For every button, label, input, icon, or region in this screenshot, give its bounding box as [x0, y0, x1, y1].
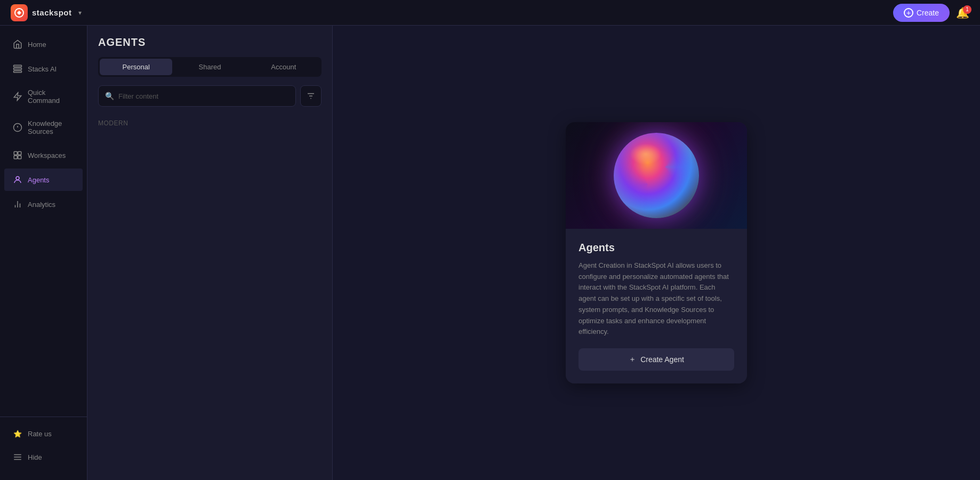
logo-chevron-icon: ▾ — [78, 9, 82, 17]
sidebar-bottom: ⭐ Rate us Hide — [0, 417, 87, 474]
orb-swirl — [614, 133, 699, 218]
sidebar-item-hide[interactable]: Hide — [4, 446, 83, 468]
stacks-icon — [13, 64, 22, 74]
svg-marker-4 — [14, 93, 21, 101]
create-button[interactable]: + Create — [893, 4, 950, 22]
content-area: Agents Agent Creation in StackSpot AI al… — [333, 26, 980, 480]
notification-button[interactable]: 🔔 1 — [956, 6, 969, 19]
sidebar-item-label: Agents — [28, 176, 49, 184]
svg-rect-3 — [14, 71, 22, 73]
main-layout: Home Stacks AI Quick Command — [0, 26, 980, 480]
info-card-description: Agent Creation in StackSpot AI allows us… — [579, 260, 734, 338]
sidebar-item-label: Hide — [28, 453, 42, 461]
create-agent-plus-icon: ＋ — [629, 355, 636, 364]
info-card-title: Agents — [579, 242, 734, 254]
info-card-image — [566, 122, 747, 229]
agents-title: AGENTS — [98, 36, 322, 49]
section-modern-label: Modern — [87, 115, 332, 131]
search-filter-row: 🔍 — [87, 85, 332, 115]
sidebar-item-analytics[interactable]: Analytics — [4, 193, 83, 215]
svg-rect-1 — [14, 65, 22, 67]
tab-account[interactable]: Account — [247, 59, 320, 75]
sidebar-item-agents[interactable]: Agents — [4, 169, 83, 191]
knowledge-icon — [13, 123, 22, 132]
orb-core — [614, 133, 699, 218]
agents-icon — [13, 175, 22, 185]
search-box: 🔍 — [98, 85, 296, 107]
logo-icon — [11, 4, 28, 21]
sidebar-item-label: Quick Command — [28, 89, 74, 105]
workspaces-icon — [13, 150, 22, 160]
sidebar-item-knowledge-sources[interactable]: Knowledge Sources — [4, 113, 83, 142]
search-input[interactable] — [118, 92, 289, 100]
sidebar-item-rate-us[interactable]: ⭐ Rate us — [4, 422, 83, 445]
svg-rect-2 — [14, 68, 22, 70]
analytics-icon — [13, 199, 22, 209]
agent-orb — [614, 133, 699, 218]
search-icon: 🔍 — [105, 92, 114, 100]
main-info: Agents Agent Creation in StackSpot AI al… — [333, 26, 980, 480]
svg-point-12 — [16, 177, 19, 180]
agents-header: AGENTS Personal Shared Account — [87, 26, 332, 85]
home-icon — [13, 39, 22, 49]
tab-shared[interactable]: Shared — [173, 59, 246, 75]
sidebar-item-workspaces[interactable]: Workspaces — [4, 144, 83, 166]
tabs-row: Personal Shared Account — [98, 57, 322, 77]
sidebar-item-label: Analytics — [28, 201, 55, 209]
logo-text: stackspot — [32, 8, 72, 17]
sidebar-item-quick-command[interactable]: Quick Command — [4, 82, 83, 111]
info-card-body: Agents Agent Creation in StackSpot AI al… — [566, 229, 747, 384]
svg-rect-11 — [18, 156, 21, 159]
sidebar-item-label: Stacks AI — [28, 65, 57, 73]
svg-rect-9 — [18, 151, 21, 155]
filter-button[interactable] — [300, 85, 322, 107]
sidebar: Home Stacks AI Quick Command — [0, 26, 87, 480]
create-agent-button[interactable]: ＋ Create Agent — [579, 348, 734, 371]
agents-panel: AGENTS Personal Shared Account 🔍 Modern — [87, 26, 333, 480]
sidebar-item-home[interactable]: Home — [4, 33, 83, 55]
sidebar-item-label: Knowledge Sources — [28, 119, 74, 135]
logo-area: stackspot ▾ — [11, 4, 82, 21]
svg-rect-8 — [14, 151, 17, 155]
notification-badge: 1 — [963, 5, 971, 14]
sidebar-item-label: Rate us — [28, 430, 52, 438]
star-icon: ⭐ — [13, 429, 22, 438]
topbar-right: + Create 🔔 1 — [893, 4, 969, 22]
sidebar-item-label: Home — [28, 41, 46, 49]
info-card: Agents Agent Creation in StackSpot AI al… — [566, 122, 747, 384]
sidebar-item-label: Workspaces — [28, 151, 66, 159]
sidebar-item-stacks-ai[interactable]: Stacks AI — [4, 58, 83, 80]
filter-icon — [306, 91, 316, 101]
create-plus-icon: + — [904, 8, 913, 18]
tab-personal[interactable]: Personal — [100, 59, 172, 75]
svg-rect-10 — [14, 156, 17, 159]
quick-command-icon — [13, 92, 22, 101]
hide-icon — [13, 452, 22, 462]
topbar: stackspot ▾ + Create 🔔 1 — [0, 0, 980, 26]
